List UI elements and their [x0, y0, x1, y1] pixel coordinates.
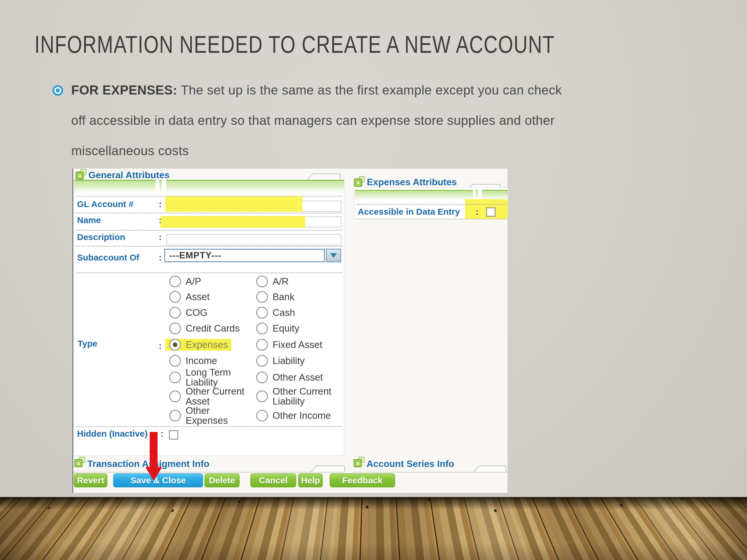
type-radio-other-asset[interactable] [256, 372, 268, 383]
type-option-label-cash[interactable]: Cash [273, 308, 295, 318]
button-help[interactable]: Help [298, 473, 323, 487]
type-option-label-equity[interactable]: Equity [273, 323, 300, 334]
general-attributes-panel: GL Account # : Name : Description : Suba… [74, 180, 344, 456]
type-option-row: AssetBank [74, 289, 344, 305]
type-radio-other-current-asset[interactable] [169, 391, 181, 402]
type-option-label-expenses[interactable]: Expenses [186, 340, 228, 350]
dropdown-arrow-icon[interactable] [326, 249, 341, 262]
slide-title: INFORMATION NEEDED TO CREATE A NEW ACCOU… [34, 30, 555, 59]
action-button-row: RevertSave & CloseDeleteCancelHelpFeedba… [73, 473, 508, 487]
hidden-inactive-label: Hidden (Inactive) [77, 429, 148, 439]
row-divider [76, 246, 342, 247]
button-feedback[interactable]: Feedback [330, 473, 395, 487]
type-radio-cash[interactable] [256, 307, 268, 319]
accessible-in-data-entry-label: Accessible in Data Entry [358, 207, 460, 217]
description-label: Description [77, 232, 125, 242]
type-option-label-liability[interactable]: Liability [273, 356, 305, 366]
bullet-line-3: miscellaneous costs [71, 143, 189, 158]
type-option-label-other-expenses[interactable]: Other Expenses [186, 406, 228, 426]
transaction-info-tab [310, 465, 345, 472]
type-option-row: COGCash [74, 305, 344, 320]
type-radio-other-expenses[interactable] [169, 410, 181, 422]
type-radio-a-r[interactable] [256, 276, 268, 287]
bullet-text-1: The set up is the same as the first exam… [177, 83, 562, 97]
type-option-label-other-asset[interactable]: Other Asset [273, 372, 323, 382]
row-divider [76, 213, 342, 213]
wood-floor [0, 497, 747, 560]
type-radio-equity[interactable] [256, 323, 268, 334]
account-setup-screenshot: General Attributes GL Account # : Name : [72, 168, 508, 493]
type-radio-long-term-liability[interactable] [169, 372, 181, 383]
type-option-label-asset[interactable]: Asset [186, 292, 210, 302]
type-option-label-income[interactable]: Income [186, 356, 217, 366]
row-divider [357, 204, 506, 205]
subaccount-label: Subaccount Of [77, 252, 139, 263]
button-delete[interactable]: Delete [205, 473, 239, 487]
type-option-label-bank[interactable]: Bank [273, 292, 294, 302]
type-radio-asset[interactable] [169, 291, 181, 303]
transaction-info-cube-icon [74, 457, 85, 467]
type-radio-other-current-liability[interactable] [256, 391, 268, 402]
expenses-attributes-title: Expenses Attributes [367, 177, 457, 188]
type-radio-expenses[interactable] [169, 339, 181, 351]
type-option-label-cog[interactable]: COG [186, 308, 207, 318]
slide: INFORMATION NEEDED TO CREATE A NEW ACCOU… [0, 0, 747, 560]
type-radio-liability[interactable] [256, 355, 268, 367]
row-divider [76, 426, 342, 427]
type-options: A/PA/RAssetBankCOGCashCredit CardsEquity… [74, 274, 344, 425]
name-highlight [160, 216, 305, 228]
type-option-row: Other ExpensesOther Income [74, 406, 344, 425]
general-attributes-tab [307, 173, 340, 180]
bullet-line-2: off accessible in data entry so that man… [71, 113, 555, 128]
type-option-label-other-income[interactable]: Other Income [273, 411, 331, 421]
type-option-label-other-current-liability[interactable]: Other Current Liability [273, 386, 332, 406]
type-option-label-other-current-asset[interactable]: Other Current Asset [186, 386, 244, 406]
type-radio-income[interactable] [169, 355, 181, 367]
gl-account-label: GL Account # [77, 199, 133, 209]
expenses-attributes-panel: Accessible in Data Entry : [355, 187, 508, 219]
general-attributes-cube-icon [76, 169, 86, 180]
gl-account-highlight [165, 196, 302, 212]
row-divider [76, 230, 342, 231]
type-option-row: Credit CardsEquity [74, 320, 344, 337]
type-option-row: ExpensesFixed Asset [74, 337, 344, 353]
green-band [74, 180, 344, 194]
type-option-label-a-p[interactable]: A/P [186, 276, 201, 287]
type-option-label-long-term-liability[interactable]: Long Term Liability [186, 368, 231, 387]
subaccount-dropdown[interactable]: ---EMPTY--- [164, 249, 325, 262]
type-option-row: Other Current AssetOther Current Liabili… [74, 386, 344, 406]
subaccount-value: ---EMPTY--- [169, 250, 221, 261]
type-option-label-fixed-asset[interactable]: Fixed Asset [273, 340, 323, 350]
type-radio-cog[interactable] [169, 307, 181, 319]
accessible-in-data-entry-checkbox[interactable] [486, 207, 495, 217]
row-divider [76, 272, 342, 273]
bullet-line-1: FOR EXPENSES: The set up is the same as … [71, 83, 562, 98]
account-series-title: Account Series Info [366, 458, 454, 469]
bullet-label: FOR EXPENSES: [71, 83, 177, 97]
type-option-row: Long Term LiabilityOther Asset [74, 368, 344, 386]
bullet-icon [53, 85, 63, 96]
type-option-label-credit-cards[interactable]: Credit Cards [186, 323, 239, 334]
account-series-cube-icon [354, 457, 364, 467]
button-cancel[interactable]: Cancel [250, 473, 296, 487]
type-option-row: A/PA/R [74, 274, 344, 289]
wood-planks [0, 497, 747, 560]
type-option-label-a-r[interactable]: A/R [273, 276, 289, 287]
hidden-inactive-checkbox[interactable] [169, 430, 178, 439]
type-option-row: IncomeLiability [74, 353, 344, 368]
description-input[interactable] [166, 234, 341, 245]
type-radio-a-p[interactable] [169, 276, 181, 287]
expenses-attributes-cube-icon [354, 176, 364, 187]
type-radio-fixed-asset[interactable] [256, 339, 268, 351]
general-attributes-title: General Attributes [88, 170, 170, 181]
button-revert[interactable]: Revert [74, 473, 107, 487]
type-radio-bank[interactable] [256, 291, 268, 303]
name-label: Name [77, 215, 101, 225]
account-series-tab [473, 465, 507, 472]
type-radio-other-income[interactable] [256, 410, 268, 422]
type-radio-credit-cards[interactable] [169, 323, 181, 334]
